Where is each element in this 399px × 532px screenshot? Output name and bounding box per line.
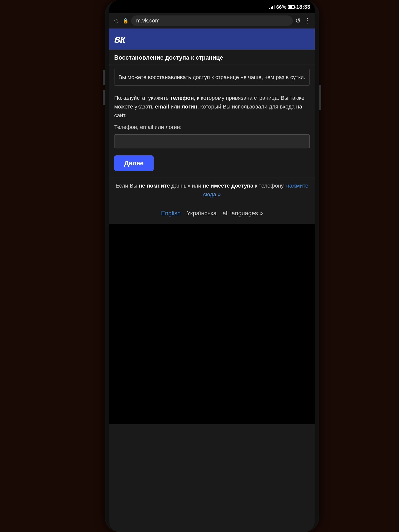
lang-ukrainian[interactable]: Українська (187, 210, 217, 217)
address-bar[interactable]: m.vk.com (131, 15, 293, 26)
lock-icon: 🔒 (122, 18, 129, 24)
help-paragraph: Если Вы не помните данных или не имеете … (114, 181, 310, 199)
signal-bar-1 (269, 8, 270, 9)
page-title: Восстановление доступа к странице (114, 54, 310, 61)
help-text-2: данных или (170, 183, 203, 189)
signal-indicator (269, 5, 275, 9)
button-section: Далее (109, 153, 315, 176)
bookmark-icon[interactable]: ☆ (113, 17, 119, 25)
vk-logo: вк (114, 33, 310, 45)
field-label-section: Телефон, email или логин: (109, 124, 315, 133)
browser-toolbar: ☆ 🔒 m.vk.com ↺ ⋮ (109, 13, 315, 29)
url-text: m.vk.com (136, 17, 160, 24)
language-section: English Українська all languages » (109, 205, 315, 224)
signal-bar-4 (274, 5, 275, 9)
page-title-section: Восстановление доступа к странице (109, 50, 315, 65)
signal-bar-3 (272, 6, 273, 9)
vk-page-content: вк Восстановление доступа к странице Вы … (109, 29, 315, 532)
menu-icon[interactable]: ⋮ (304, 17, 311, 25)
vk-header: вк (109, 29, 315, 50)
description-section: Пожалуйста, укажите телефон, к которому … (109, 90, 315, 124)
help-bold-2: не имеете доступа (203, 183, 253, 189)
warning-text: Вы можете восстанавливать доступ к стран… (118, 74, 305, 80)
desc-bold-2: email (155, 104, 169, 110)
lang-english[interactable]: English (161, 210, 181, 217)
dark-bottom-area (109, 224, 315, 424)
volume-up-button[interactable] (103, 70, 105, 85)
refresh-icon[interactable]: ↺ (295, 17, 301, 25)
desc-text-1: Пожалуйста, укажите (114, 95, 170, 101)
submit-button[interactable]: Далее (114, 155, 154, 171)
help-bold-1: не помните (139, 183, 170, 189)
desc-text-3: или (169, 104, 182, 110)
phone-device: 66% 18:33 ☆ 🔒 m.vk.com ↺ ⋮ вк (105, 0, 319, 532)
help-text-3: к телефону, (253, 183, 286, 189)
power-button[interactable] (319, 85, 321, 110)
help-text-1: Если Вы (116, 183, 139, 189)
description-paragraph: Пожалуйста, укажите телефон, к которому … (114, 94, 310, 120)
field-label: Телефон, email или логин: (114, 124, 182, 130)
help-section: Если Вы не помните данных или не имеете … (109, 178, 315, 205)
lang-all[interactable]: all languages » (223, 210, 263, 217)
phone-screen: 66% 18:33 ☆ 🔒 m.vk.com ↺ ⋮ вк (109, 0, 315, 532)
status-bar: 66% 18:33 (109, 0, 315, 13)
time-display: 18:33 (296, 4, 310, 10)
battery-icon (288, 5, 295, 9)
battery-percent: 66% (276, 4, 286, 10)
login-input[interactable] (114, 134, 310, 148)
signal-bar-2 (271, 7, 272, 9)
desc-bold-1: телефон (170, 95, 194, 101)
volume-down-button[interactable] (103, 90, 105, 105)
warning-box: Вы можете восстанавливать доступ к стран… (114, 69, 310, 86)
desc-bold-3: логин (182, 104, 197, 110)
input-section[interactable] (109, 133, 315, 153)
